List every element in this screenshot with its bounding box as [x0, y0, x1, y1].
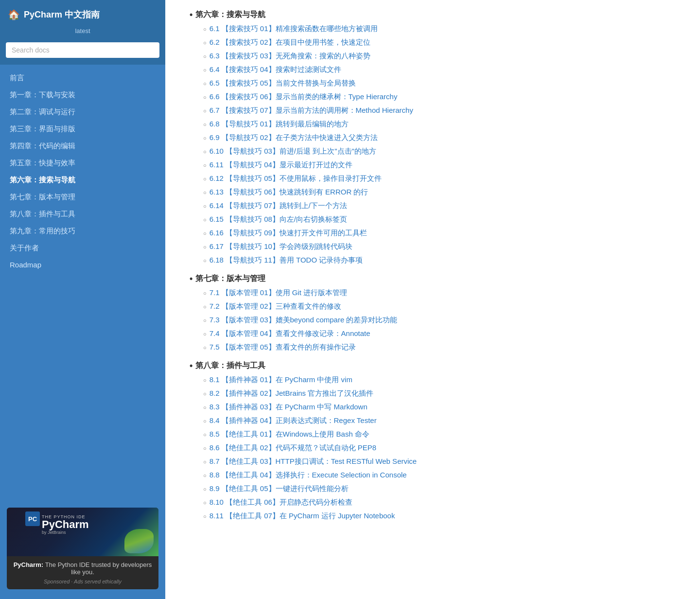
- ad-text-area: PyCharm: The Python IDE trusted by devel…: [7, 556, 158, 576]
- chapter-item-1: 第七章：版本与管理7.1 【版本管理 01】使用 Git 进行版本管理7.2 【…: [190, 274, 681, 353]
- toc-item-6.17: 6.17 【导航技巧 10】学会跨级别跳转代码块: [203, 241, 681, 252]
- toc-item-6.4: 6.4 【搜索技巧 04】搜索时过滤测试文件: [203, 64, 681, 75]
- sidebar-item-label-ch4[interactable]: 第四章：代码的编辑: [10, 141, 75, 150]
- chapter-title-1: 第七章：版本与管理: [190, 274, 681, 284]
- toc-link-8.3[interactable]: 8.3 【插件神器 03】在 PyCharm 中写 Markdown: [210, 401, 368, 413]
- toc-item-6.16: 6.16 【导航技巧 09】快速打开文件可用的工具栏: [203, 227, 681, 239]
- sidebar-item-ch1[interactable]: 第一章：下载与安装: [0, 87, 165, 104]
- sidebar-item-label-preface[interactable]: 前言: [10, 73, 24, 82]
- sidebar-item-label-ch3[interactable]: 第三章：界面与排版: [10, 124, 75, 133]
- toc-link-6.11[interactable]: 6.11 【导航技巧 04】显示最近打开过的文件: [210, 159, 352, 171]
- sidebar-item-roadmap[interactable]: Roadmap: [0, 257, 165, 273]
- toc-link-8.1[interactable]: 8.1 【插件神器 01】在 PyCharm 中使用 vim: [210, 374, 352, 386]
- sidebar-item-label-ch9[interactable]: 第九章：常用的技巧: [10, 227, 75, 235]
- toc-link-7.5[interactable]: 7.5 【版本管理 05】查看文件的所有操作记录: [210, 341, 356, 353]
- sidebar-item-ch4[interactable]: 第四章：代码的编辑: [0, 138, 165, 155]
- ad-bold-text: PyCharm: The Python IDE trusted by devel…: [13, 561, 153, 576]
- ad-sponsored: Sponsored · Ads served ethically: [7, 579, 158, 584]
- sidebar-item-label-ch1[interactable]: 第一章：下载与安装: [10, 90, 75, 99]
- sidebar-item-ch2[interactable]: 第二章：调试与运行: [0, 104, 165, 121]
- toc-item-6.1: 6.1 【搜索技巧 01】精准搜索函数在哪些地方被调用: [203, 23, 681, 35]
- chapter-item-2: 第八章：插件与工具8.1 【插件神器 01】在 PyCharm 中使用 vim8…: [190, 361, 681, 522]
- toc-link-6.9[interactable]: 6.9 【导航技巧 02】在子类方法中快速进入父类方法: [210, 132, 378, 143]
- toc-item-6.3: 6.3 【搜索技巧 03】无死角搜索：搜索的八种姿势: [203, 50, 681, 62]
- toc-link-6.5[interactable]: 6.5 【搜索技巧 05】当前文件替换与全局替换: [210, 77, 356, 89]
- chapter-title-2: 第八章：插件与工具: [190, 361, 681, 371]
- sidebar-item-ch9[interactable]: 第九章：常用的技巧: [0, 223, 165, 240]
- ad-container: PC The Python IDE PyCharm by JetBrains P…: [7, 508, 158, 589]
- toc-item-6.11: 6.11 【导航技巧 04】显示最近打开过的文件: [203, 159, 681, 171]
- toc-link-8.6[interactable]: 8.6 【绝佳工具 02】代码不规范？试试自动化 PEP8: [210, 442, 376, 454]
- toc-item-6.10: 6.10 【导航技巧 03】前进/后退 到上次"点击"的地方: [203, 145, 681, 157]
- sidebar-item-ch6[interactable]: 第六章：搜索与导航: [0, 172, 165, 189]
- toc-link-7.2[interactable]: 7.2 【版本管理 02】三种查看文件的修改: [210, 300, 341, 312]
- toc-link-6.14[interactable]: 6.14 【导航技巧 07】跳转到上/下一个方法: [210, 200, 347, 211]
- toc-item-6.14: 6.14 【导航技巧 07】跳转到上/下一个方法: [203, 200, 681, 211]
- sidebar-item-ch5[interactable]: 第五章：快捷与效率: [0, 155, 165, 172]
- nav-list: 前言第一章：下载与安装第二章：调试与运行第三章：界面与排版第四章：代码的编辑第五…: [0, 65, 165, 502]
- toc-item-8.3: 8.3 【插件神器 03】在 PyCharm 中写 Markdown: [203, 401, 681, 413]
- toc-link-6.3[interactable]: 6.3 【搜索技巧 03】无死角搜索：搜索的八种姿势: [210, 50, 370, 62]
- toc-item-8.6: 8.6 【绝佳工具 02】代码不规范？试试自动化 PEP8: [203, 442, 681, 454]
- toc-item-6.12: 6.12 【导航技巧 05】不使用鼠标，操作目录打开文件: [203, 173, 681, 184]
- chapter-items-0: 6.1 【搜索技巧 01】精准搜索函数在哪些地方被调用6.2 【搜索技巧 02】…: [190, 23, 681, 266]
- toc-link-8.10[interactable]: 8.10 【绝佳工具 06】开启静态代码分析检查: [210, 496, 352, 508]
- ad-logo-box: PC: [25, 511, 40, 526]
- toc-link-6.18[interactable]: 6.18 【导航技巧 11】善用 TODO 记录待办事项: [210, 254, 363, 266]
- toc-item-7.3: 7.3 【版本管理 03】媲美beyond compare 的差异对比功能: [203, 314, 681, 326]
- toc-link-7.4[interactable]: 7.4 【版本管理 04】查看文件修改记录：Annotate: [210, 328, 370, 339]
- toc-link-6.8[interactable]: 6.8 【导航技巧 01】跳转到最后编辑的地方: [210, 118, 349, 130]
- sidebar-item-label-author[interactable]: 关于作者: [10, 244, 39, 252]
- toc-item-7.4: 7.4 【版本管理 04】查看文件修改记录：Annotate: [203, 328, 681, 339]
- main-content: 第六章：搜索与导航6.1 【搜索技巧 01】精准搜索函数在哪些地方被调用6.2 …: [165, 0, 700, 599]
- toc-link-8.11[interactable]: 8.11 【绝佳工具 07】在 PyCharm 运行 Jupyter Noteb…: [210, 510, 395, 522]
- sidebar-item-label-ch8[interactable]: 第八章：插件与工具: [10, 210, 75, 218]
- sidebar-item-label-ch2[interactable]: 第二章：调试与运行: [10, 107, 75, 116]
- toc-link-8.8[interactable]: 8.8 【绝佳工具 04】选择执行：Execute Selection in C…: [210, 469, 407, 481]
- chapter-items-1: 7.1 【版本管理 01】使用 Git 进行版本管理7.2 【版本管理 02】三…: [190, 287, 681, 353]
- toc-link-7.3[interactable]: 7.3 【版本管理 03】媲美beyond compare 的差异对比功能: [210, 314, 398, 326]
- toc-item-6.6: 6.6 【搜索技巧 06】显示当前类的继承树：Type Hierarchy: [203, 91, 681, 103]
- toc-link-6.1[interactable]: 6.1 【搜索技巧 01】精准搜索函数在哪些地方被调用: [210, 23, 378, 35]
- toc-item-6.18: 6.18 【导航技巧 11】善用 TODO 记录待办事项: [203, 254, 681, 266]
- sidebar-item-ch8[interactable]: 第八章：插件与工具: [0, 206, 165, 223]
- toc-item-8.9: 8.9 【绝佳工具 05】一键进行代码性能分析: [203, 483, 681, 494]
- toc-link-6.2[interactable]: 6.2 【搜索技巧 02】在项目中使用书签，快速定位: [210, 36, 370, 48]
- sidebar-item-label-ch7[interactable]: 第七章：版本与管理: [10, 193, 75, 201]
- toc-link-6.4[interactable]: 6.4 【搜索技巧 04】搜索时过滤测试文件: [210, 64, 341, 75]
- toc-item-8.4: 8.4 【插件神器 04】正则表达式测试：Regex Tester: [203, 415, 681, 426]
- sidebar-item-ch3[interactable]: 第三章：界面与排版: [0, 121, 165, 138]
- toc-item-8.11: 8.11 【绝佳工具 07】在 PyCharm 运行 Jupyter Noteb…: [203, 510, 681, 522]
- sidebar-item-label-ch6[interactable]: 第六章：搜索与导航: [10, 176, 75, 184]
- chapter-title-0: 第六章：搜索与导航: [190, 10, 681, 20]
- toc-link-8.4[interactable]: 8.4 【插件神器 04】正则表达式测试：Regex Tester: [210, 415, 377, 426]
- toc-link-6.17[interactable]: 6.17 【导航技巧 10】学会跨级别跳转代码块: [210, 241, 352, 252]
- home-icon: 🏠: [8, 9, 20, 20]
- toc-link-6.6[interactable]: 6.6 【搜索技巧 06】显示当前类的继承树：Type Hierarchy: [210, 91, 398, 103]
- toc-link-6.10[interactable]: 6.10 【导航技巧 03】前进/后退 到上次"点击"的地方: [210, 145, 376, 157]
- toc-item-6.8: 6.8 【导航技巧 01】跳转到最后编辑的地方: [203, 118, 681, 130]
- toc-link-6.12[interactable]: 6.12 【导航技巧 05】不使用鼠标，操作目录打开文件: [210, 173, 382, 184]
- toc-link-6.16[interactable]: 6.16 【导航技巧 09】快速打开文件可用的工具栏: [210, 227, 367, 239]
- toc-link-6.7[interactable]: 6.7 【搜索技巧 07】显示当前方法的调用树：Method Hierarchy: [210, 105, 413, 116]
- toc-item-6.7: 6.7 【搜索技巧 07】显示当前方法的调用树：Method Hierarchy: [203, 105, 681, 116]
- toc-link-8.5[interactable]: 8.5 【绝佳工具 01】在Windows上使用 Bash 命令: [210, 428, 369, 440]
- toc-link-8.7[interactable]: 8.7 【绝佳工具 03】HTTP接口调试：Test RESTful Web S…: [210, 456, 417, 467]
- toc-item-7.1: 7.1 【版本管理 01】使用 Git 进行版本管理: [203, 287, 681, 299]
- toc-link-7.1[interactable]: 7.1 【版本管理 01】使用 Git 进行版本管理: [210, 287, 347, 299]
- sidebar: 🏠 PyCharm 中文指南 latest 前言第一章：下载与安装第二章：调试与…: [0, 0, 165, 599]
- toc-link-8.2[interactable]: 8.2 【插件神器 02】JetBrains 官方推出了汉化插件: [210, 388, 374, 399]
- toc-item-6.9: 6.9 【导航技巧 02】在子类方法中快速进入父类方法: [203, 132, 681, 143]
- ad-image: PC The Python IDE PyCharm by JetBrains: [7, 508, 158, 556]
- sidebar-item-ch7[interactable]: 第七章：版本与管理: [0, 189, 165, 206]
- sidebar-item-author[interactable]: 关于作者: [0, 240, 165, 257]
- sidebar-item-preface[interactable]: 前言: [0, 70, 165, 87]
- toc-link-8.9[interactable]: 8.9 【绝佳工具 05】一键进行代码性能分析: [210, 483, 349, 494]
- toc-link-6.13[interactable]: 6.13 【导航技巧 06】快速跳转到有 ERROR 的行: [210, 186, 368, 198]
- toc-link-6.15[interactable]: 6.15 【导航技巧 08】向左/向右切换标签页: [210, 213, 347, 225]
- toc-item-8.10: 8.10 【绝佳工具 06】开启静态代码分析检查: [203, 496, 681, 508]
- toc-list: 第六章：搜索与导航6.1 【搜索技巧 01】精准搜索函数在哪些地方被调用6.2 …: [190, 10, 681, 522]
- sidebar-item-label-roadmap[interactable]: Roadmap: [10, 261, 41, 269]
- search-input[interactable]: [6, 42, 159, 58]
- sidebar-item-label-ch5[interactable]: 第五章：快捷与效率: [10, 159, 75, 167]
